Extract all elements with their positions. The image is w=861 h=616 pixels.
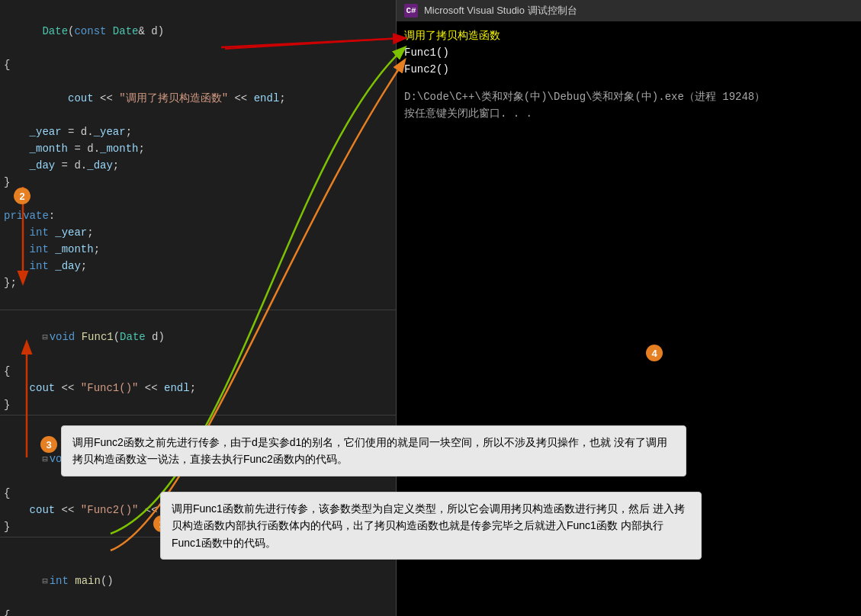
tooltip-func1: 调用Func1函数前先进行传参，该参数类型为自定义类型，所以它会调用拷贝构造函数… (160, 492, 702, 560)
console-title: Microsoft Visual Studio 调试控制台 (424, 4, 577, 18)
console-line-2: Func1() (404, 44, 853, 61)
console-line-5: 按任意键关闭此窗口. . . (404, 105, 853, 122)
console-line-1: 调用了拷贝构造函数 (404, 27, 853, 44)
console-line-4: D:\Code\C++\类和对象(中)\Debug\类和对象(中).exe（进程… (404, 88, 853, 105)
tooltip3-text: 调用Func2函数之前先进行传参，由于d是实参d1的别名，它们使用的就是同一块空… (72, 436, 667, 465)
console-line-3: Func2() (404, 61, 853, 78)
tooltip-func2: 调用Func2函数之前先进行传参，由于d是实参d1的别名，它们使用的就是同一块空… (61, 425, 686, 476)
code-text: Date (42, 25, 68, 37)
console-icon: C# (404, 4, 418, 18)
badge-3: 3 (40, 436, 57, 453)
badge-2: 2 (14, 188, 31, 204)
console-titlebar: C# Microsoft Visual Studio 调试控制台 (397, 0, 861, 21)
tooltip1-text: 调用Func1函数前先进行传参，该参数类型为自定义类型，所以它会调用拷贝构造函数… (172, 502, 685, 549)
console-content: 调用了拷贝构造函数 Func1() Func2() D:\Code\C++\类和… (397, 21, 861, 128)
badge-4: 4 (646, 345, 663, 361)
